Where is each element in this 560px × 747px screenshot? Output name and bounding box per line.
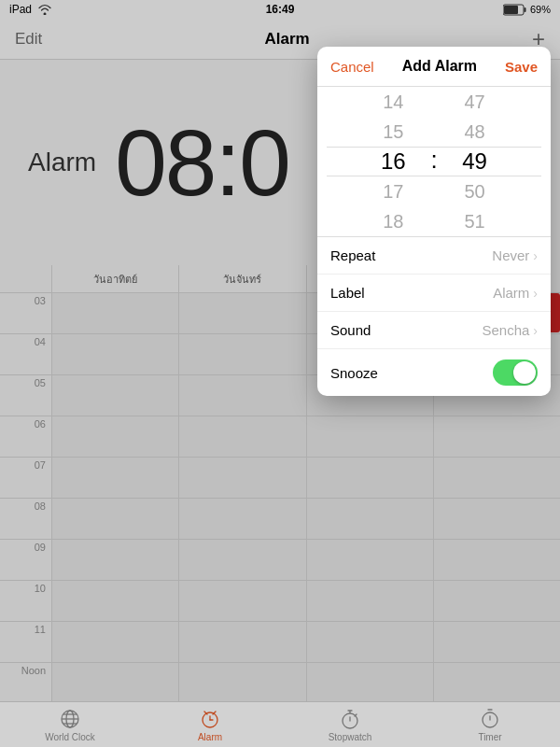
add-alarm-modal: Cancel Add Alarm Save 13 14 15 16 17 18 … xyxy=(317,47,551,396)
time-picker[interactable]: 13 14 15 16 17 18 19 : 46 47 48 49 50 51… xyxy=(317,87,551,236)
label-label: Label xyxy=(330,285,365,301)
sound-chevron-icon: › xyxy=(533,323,538,338)
repeat-label: Repeat xyxy=(330,247,375,263)
picker-hour-17: 17 xyxy=(356,176,430,206)
picker-hour-14: 14 xyxy=(356,87,430,117)
picker-min-47: 47 xyxy=(438,87,512,117)
picker-colon: : xyxy=(430,146,437,178)
alarm-options: Repeat Never › Label Alarm › Sound Sench… xyxy=(317,236,551,396)
label-value: Alarm › xyxy=(493,285,538,301)
minute-picker[interactable]: 46 47 48 49 50 51 52 xyxy=(438,87,512,236)
hour-picker[interactable]: 13 14 15 16 17 18 19 xyxy=(356,87,430,236)
sound-value-text: Sencha xyxy=(482,322,529,338)
sound-option[interactable]: Sound Sencha › xyxy=(317,312,551,349)
snooze-label: Snooze xyxy=(330,365,378,381)
picker-min-51: 51 xyxy=(438,206,512,236)
repeat-value: Never › xyxy=(492,247,538,263)
picker-hour-15: 15 xyxy=(356,117,430,147)
sound-label: Sound xyxy=(330,322,371,338)
picker-min-48: 48 xyxy=(438,117,512,147)
modal-title: Add Alarm xyxy=(402,58,477,75)
snooze-option: Snooze xyxy=(317,349,551,396)
label-chevron-icon: › xyxy=(533,286,538,301)
repeat-option[interactable]: Repeat Never › xyxy=(317,237,551,275)
sound-value: Sencha › xyxy=(482,322,538,338)
save-button[interactable]: Save xyxy=(505,59,538,75)
picker-min-50: 50 xyxy=(438,176,512,206)
toggle-knob xyxy=(513,361,536,384)
picker-hour-18: 18 xyxy=(356,206,430,236)
repeat-value-text: Never xyxy=(492,247,529,263)
snooze-toggle[interactable] xyxy=(493,359,538,386)
label-value-text: Alarm xyxy=(493,285,529,301)
cancel-button[interactable]: Cancel xyxy=(330,59,374,75)
label-option[interactable]: Label Alarm › xyxy=(317,275,551,312)
repeat-chevron-icon: › xyxy=(533,248,538,263)
modal-header: Cancel Add Alarm Save xyxy=(317,47,551,87)
picker-min-49: 49 xyxy=(438,147,512,176)
picker-hour-16: 16 xyxy=(356,147,430,176)
